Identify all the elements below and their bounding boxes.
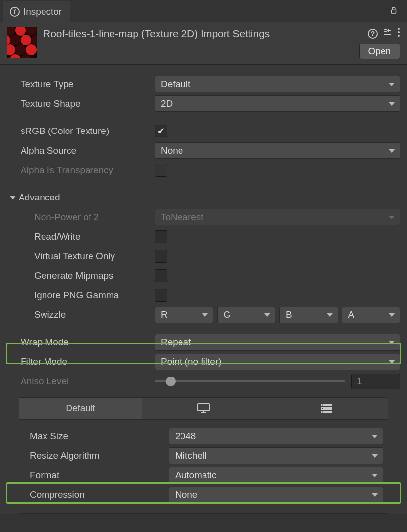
checkbox-read-write[interactable] xyxy=(155,230,167,243)
slider-aniso xyxy=(155,380,345,382)
label-format: Format xyxy=(24,470,164,481)
label-filter-mode: Filter Mode xyxy=(7,356,150,367)
tab-default[interactable]: Default xyxy=(19,397,142,420)
checkbox-virtual-texture[interactable] xyxy=(155,250,167,263)
checkbox-gen-mipmaps[interactable] xyxy=(155,269,167,282)
label-npot: Non-Power of 2 xyxy=(7,212,150,222)
chevron-down-icon xyxy=(202,313,208,317)
svg-rect-15 xyxy=(384,31,387,32)
info-icon: i xyxy=(10,7,20,17)
chevron-down-icon xyxy=(372,493,378,497)
texture-thumbnail xyxy=(7,27,37,58)
label-compression: Compression xyxy=(24,489,164,500)
label-max-size: Max Size xyxy=(24,431,164,442)
svg-point-10 xyxy=(15,44,26,55)
chevron-down-icon xyxy=(389,83,395,86)
svg-rect-29 xyxy=(322,408,323,409)
dropdown-npot: ToNearest xyxy=(155,209,400,225)
chevron-down-icon xyxy=(389,102,395,106)
label-virtual-texture: Virtual Texture Only xyxy=(7,251,150,262)
svg-point-7 xyxy=(21,35,31,45)
label-srgb: sRGB (Color Texture) xyxy=(7,126,150,136)
svg-rect-22 xyxy=(198,404,209,411)
chevron-down-icon xyxy=(389,216,395,219)
open-button[interactable]: Open xyxy=(359,44,400,59)
svg-point-6 xyxy=(10,35,21,45)
tab-bar: i Inspector xyxy=(0,0,407,22)
label-aniso: Aniso Level xyxy=(7,376,150,387)
dropdown-swizzle-g[interactable]: G xyxy=(217,307,276,323)
lock-icon[interactable] xyxy=(389,6,398,15)
presets-icon[interactable] xyxy=(383,27,392,40)
label-gen-mipmaps: Generate Mipmaps xyxy=(7,270,150,281)
check-icon: ✔ xyxy=(158,126,165,136)
svg-point-21 xyxy=(398,35,400,37)
svg-point-20 xyxy=(398,31,400,33)
server-icon xyxy=(320,403,334,414)
chevron-down-icon xyxy=(389,360,395,364)
svg-rect-14 xyxy=(384,29,387,30)
field-aniso-value: 1 xyxy=(351,374,400,389)
svg-rect-28 xyxy=(322,405,323,406)
tab-server[interactable] xyxy=(265,397,388,420)
dropdown-texture-type[interactable]: Default xyxy=(155,76,400,92)
dropdown-texture-shape[interactable]: 2D xyxy=(155,95,400,112)
svg-rect-17 xyxy=(387,30,391,31)
dropdown-wrap-mode[interactable]: Repeat xyxy=(155,334,400,351)
label-texture-shape: Texture Shape xyxy=(7,98,150,109)
chevron-down-icon xyxy=(389,313,395,317)
chevron-down-icon xyxy=(10,196,16,200)
dropdown-resize-algo[interactable]: Mitchell xyxy=(169,447,383,464)
label-read-write: Read/Write xyxy=(7,231,150,242)
label-texture-type: Texture Type xyxy=(7,79,150,89)
chevron-down-icon xyxy=(389,149,395,153)
dropdown-swizzle-r[interactable]: R xyxy=(155,307,213,323)
checkbox-srgb[interactable]: ✔ xyxy=(155,125,167,137)
label-alpha-source: Alpha Source xyxy=(7,145,150,156)
monitor-icon xyxy=(197,403,210,414)
chevron-down-icon xyxy=(389,341,395,344)
slider-thumb xyxy=(166,377,176,386)
svg-point-11 xyxy=(26,44,37,55)
inspector-tab[interactable]: i Inspector xyxy=(3,1,70,22)
platform-body: Max Size 2048 Resize Algorithm Mitchell … xyxy=(19,420,388,514)
inspector-body: Texture Type Default Texture Shape 2D sR… xyxy=(0,65,407,514)
checkbox-ignore-png-gamma[interactable] xyxy=(155,289,167,302)
dropdown-max-size[interactable]: 2048 xyxy=(169,428,383,444)
dropdown-compression[interactable]: None xyxy=(169,487,383,503)
label-wrap-mode: Wrap Mode xyxy=(7,337,150,348)
dropdown-swizzle-a[interactable]: A xyxy=(342,307,401,323)
label-resize-algo: Resize Algorithm xyxy=(24,450,164,461)
foldout-advanced[interactable]: Advanced xyxy=(7,188,400,207)
svg-rect-30 xyxy=(322,412,323,413)
asset-header: Roof-tiles-1-line-map (Texture 2D) Impor… xyxy=(0,22,407,65)
svg-rect-18 xyxy=(384,34,391,35)
chevron-down-icon xyxy=(264,313,270,317)
label-alpha-transparency: Alpha Is Transparency xyxy=(7,165,150,176)
label-swizzle: Swizzle xyxy=(7,310,150,320)
dropdown-swizzle-b[interactable]: B xyxy=(279,307,338,323)
checkbox-alpha-transparency xyxy=(155,164,167,177)
dropdown-alpha-source[interactable]: None xyxy=(155,142,400,159)
asset-title: Roof-tiles-1-line-map (Texture 2D) Impor… xyxy=(43,28,364,40)
chevron-down-icon xyxy=(372,435,378,438)
svg-rect-0 xyxy=(392,10,396,13)
chevron-down-icon xyxy=(327,313,333,317)
help-icon[interactable]: ? xyxy=(368,29,378,39)
tab-title: Inspector xyxy=(23,6,62,17)
label-ignore-png-gamma: Ignore PNG Gamma xyxy=(7,290,150,301)
svg-point-19 xyxy=(398,28,400,30)
dropdown-format[interactable]: Automatic xyxy=(169,467,383,484)
dropdown-filter-mode[interactable]: Point (no filter) xyxy=(155,354,400,370)
chevron-down-icon xyxy=(372,474,378,477)
chevron-down-icon xyxy=(372,454,378,458)
platform-tabs: Default xyxy=(19,397,388,420)
tab-standalone[interactable] xyxy=(142,397,266,420)
menu-icon[interactable] xyxy=(397,27,400,40)
